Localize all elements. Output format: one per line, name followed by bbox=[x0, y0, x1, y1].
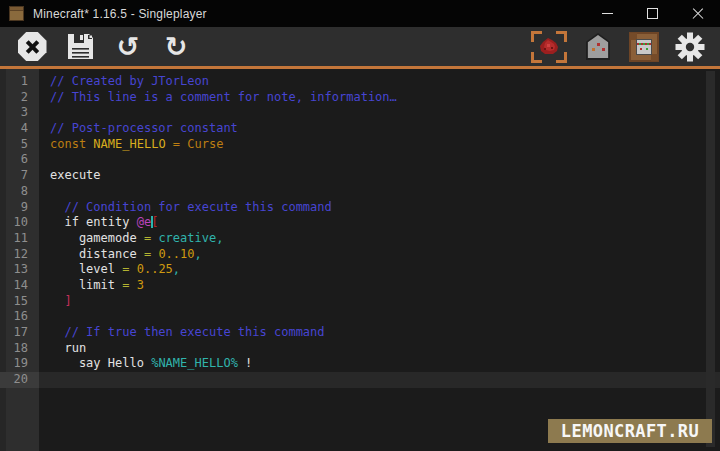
code-line[interactable]: 18 run bbox=[0, 341, 720, 357]
line-number: 12 bbox=[0, 247, 39, 263]
maximize-icon bbox=[647, 8, 658, 19]
code-line[interactable]: 17 // If true then execute this command bbox=[0, 325, 720, 341]
code-text: // Post-processor constant bbox=[39, 121, 238, 135]
code-line[interactable]: 9 // Condition for execute this command bbox=[0, 200, 720, 216]
code-line[interactable]: 1// Created by JTorLeon bbox=[0, 74, 720, 90]
save-button[interactable] bbox=[64, 30, 96, 64]
window-controls bbox=[585, 0, 720, 27]
save-floppy-icon bbox=[67, 33, 94, 60]
window-title: Minecraft* 1.16.5 - Singleplayer bbox=[33, 7, 207, 21]
code-text: // If true then execute this command bbox=[39, 325, 325, 339]
code-text: say Hello %NAME_HELLO% ! bbox=[39, 356, 252, 370]
block-dot bbox=[602, 48, 605, 51]
close-button[interactable] bbox=[675, 0, 720, 27]
code-line[interactable]: 4// Post-processor constant bbox=[0, 121, 720, 137]
code-text: level = 0..25, bbox=[39, 262, 180, 276]
octagon-close-button[interactable] bbox=[16, 30, 48, 64]
code-text: run bbox=[39, 341, 86, 355]
line-number: 8 bbox=[0, 184, 39, 200]
code-text: execute bbox=[39, 168, 101, 182]
code-line[interactable]: 14 limit = 3 bbox=[0, 278, 720, 294]
line-number: 7 bbox=[0, 168, 39, 184]
code-line[interactable]: 16 bbox=[0, 309, 720, 325]
code-text: // Condition for execute this command bbox=[39, 200, 332, 214]
redstone-button[interactable] bbox=[530, 30, 568, 64]
home-block-icon bbox=[585, 33, 611, 60]
line-number: 18 bbox=[0, 341, 39, 357]
text-cursor bbox=[151, 216, 153, 228]
line-number: 2 bbox=[0, 90, 39, 106]
line-number: 4 bbox=[0, 121, 39, 137]
code-text: ] bbox=[39, 294, 72, 308]
line-number: 5 bbox=[0, 137, 39, 153]
code-lines: 1// Created by JTorLeon2// This line is … bbox=[0, 74, 720, 388]
settings-gear-icon bbox=[675, 32, 705, 62]
line-number: 15 bbox=[0, 294, 39, 310]
code-line[interactable]: 2// This line is a comment for note, inf… bbox=[0, 90, 720, 106]
crafting-table-icon bbox=[629, 32, 659, 62]
code-line[interactable]: 19 say Hello %NAME_HELLO% ! bbox=[0, 356, 720, 372]
toolbar: ↺ ↻ bbox=[0, 27, 720, 69]
code-editor[interactable]: 1// Created by JTorLeon2// This line is … bbox=[0, 69, 720, 451]
crafting-button[interactable] bbox=[628, 30, 660, 64]
close-icon bbox=[692, 8, 704, 20]
scrollbar-track[interactable] bbox=[706, 71, 715, 447]
code-text: gamemode = creative, bbox=[39, 231, 223, 245]
code-line[interactable]: 11 gamemode = creative, bbox=[0, 231, 720, 247]
line-number: 11 bbox=[0, 231, 39, 247]
code-line[interactable]: 10 if entity @e[ bbox=[0, 215, 720, 231]
toolbar-right-group bbox=[530, 30, 720, 64]
minimize-button[interactable] bbox=[585, 0, 630, 27]
code-line[interactable]: 8 bbox=[0, 184, 720, 200]
line-number: 20 bbox=[0, 372, 39, 388]
code-line[interactable]: 13 level = 0..25, bbox=[0, 262, 720, 278]
code-line[interactable]: 3 bbox=[0, 105, 720, 121]
line-number: 13 bbox=[0, 262, 39, 278]
code-text: limit = 3 bbox=[39, 278, 144, 292]
toolbar-left-group: ↺ ↻ bbox=[0, 30, 192, 64]
line-number: 9 bbox=[0, 200, 39, 216]
line-number: 16 bbox=[0, 309, 39, 325]
minecraft-crafting-block-icon bbox=[9, 6, 24, 21]
home-button[interactable] bbox=[582, 30, 614, 64]
code-text: const NAME_HELLO = Curse bbox=[39, 137, 223, 151]
maximize-button[interactable] bbox=[630, 0, 675, 27]
code-line[interactable]: 7execute bbox=[0, 168, 720, 184]
octagon-close-icon bbox=[18, 32, 47, 61]
block-dot bbox=[597, 43, 600, 46]
code-text bbox=[39, 184, 50, 198]
line-number: 6 bbox=[0, 152, 39, 168]
code-text bbox=[39, 372, 50, 386]
line-number: 3 bbox=[0, 105, 39, 121]
code-text: if entity @e[ bbox=[39, 215, 158, 229]
block-dot bbox=[592, 48, 595, 51]
line-number: 1 bbox=[0, 74, 39, 90]
code-line[interactable]: 6 bbox=[0, 152, 720, 168]
line-number: 17 bbox=[0, 325, 39, 341]
code-text bbox=[39, 309, 50, 323]
titlebar: Minecraft* 1.16.5 - Singleplayer bbox=[0, 0, 720, 27]
code-line[interactable]: 5const NAME_HELLO = Curse bbox=[0, 137, 720, 153]
code-text: // Created by JTorLeon bbox=[39, 74, 209, 88]
code-text bbox=[39, 152, 50, 166]
line-number: 10 bbox=[0, 215, 39, 231]
line-number: 14 bbox=[0, 278, 39, 294]
code-line[interactable]: 15 ] bbox=[0, 294, 720, 310]
undo-button[interactable]: ↺ bbox=[112, 30, 144, 64]
watermark-banner: LEMONCRAFT.RU bbox=[548, 419, 712, 443]
minimize-icon bbox=[602, 13, 613, 14]
code-text bbox=[39, 105, 50, 119]
redstone-dust-icon bbox=[531, 31, 567, 63]
redo-button[interactable]: ↻ bbox=[160, 30, 192, 64]
code-text: // This line is a comment for note, info… bbox=[39, 90, 397, 104]
code-text: distance = 0..10, bbox=[39, 247, 202, 261]
line-number: 19 bbox=[0, 356, 39, 372]
code-line[interactable]: 12 distance = 0..10, bbox=[0, 247, 720, 263]
undo-icon: ↺ bbox=[117, 33, 140, 60]
code-line[interactable]: 20 bbox=[0, 372, 720, 388]
redo-icon: ↻ bbox=[165, 33, 188, 60]
settings-button[interactable] bbox=[674, 30, 706, 64]
